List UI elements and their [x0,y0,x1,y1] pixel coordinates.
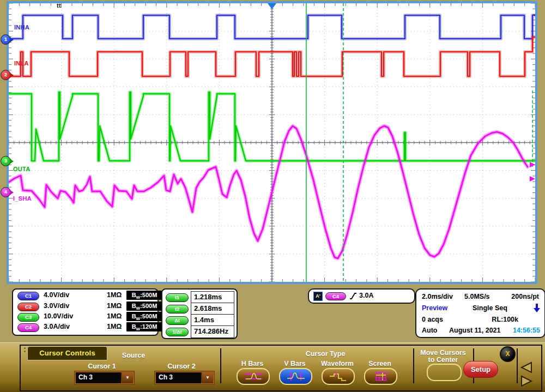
vbars-button[interactable] [279,368,312,385]
cursor-readout-box: t1 1.218ms t2 2.618ms Δt 1.4ms 1/Δt 714.… [161,288,238,339]
trigger-level: 3.0A [359,292,373,299]
trace-isha-fuzz [9,126,528,258]
c2-pill: C2 [17,303,39,311]
time-display: 14:56:55 [513,327,540,334]
c1-scale: 4.0V/div [44,291,69,299]
panel-grip-icon [24,351,26,352]
channel-row-c3: C3 10.0V/div 1MΩ BW:500M [13,312,158,323]
ch2-badge-number: 2 [4,72,7,77]
trace-label-inha: INHA [14,24,29,31]
c1-pill: C1 [17,292,39,300]
hbars-button[interactable] [237,368,270,385]
cursor-dt-row: Δt 1.4ms [162,314,237,326]
cursor-t1-row: t1 1.218ms [162,291,237,303]
cursor-type-section-label: Cursor Type [282,350,369,358]
ch4-badge[interactable]: 4 [1,187,11,197]
move-cursors-label-line1: Move Cursors [410,349,476,357]
ch3-badge-arrow-icon [10,159,14,164]
trigger-mode: Auto [422,327,437,334]
t1-value: 1.218ms [191,291,234,304]
cursor1-source-value[interactable]: Ch 3 [76,372,121,383]
date-display: August 11, 2021 [449,327,501,334]
trigger-readout-box: A' C4 3.0A [308,288,415,304]
c4-scale: 3.0A/div [44,323,70,330]
channel-row-c1: C1 4.0V/div 1MΩ BW:500M [13,291,158,301]
cursor-freq-row: 1/Δt 714.286Hz [162,325,237,337]
acq-count: 0 acqs [422,316,443,323]
c3-bandwidth-badge: BW:500M [126,312,162,321]
cursor2-dropdown-arrow-icon[interactable]: ▼ [201,372,213,383]
ch4-level-arrow[interactable] [530,176,535,182]
c4-impedance: 1MΩ [107,323,122,330]
c2-bandwidth-badge: BW:500M [126,301,162,311]
trigger-time-label: tt [57,2,61,9]
close-button[interactable]: X [500,346,516,362]
timebase: 2.0ms/div [422,293,453,300]
ch2-badge[interactable]: 2 [1,70,11,80]
cursor1-dropdown-arrow-icon[interactable]: ▼ [121,372,133,383]
setup-button[interactable]: Setup [463,361,498,378]
trace-isha [9,126,528,258]
c4-bandwidth-badge: BW:120M [126,322,162,331]
c3-impedance: 1MΩ [107,312,122,320]
source-section-label: Source [106,352,161,359]
cursor-t2-row: t2 2.618ms [162,303,237,315]
c2-scale: 3.0V/div [44,302,69,310]
ch1-badge-number: 1 [4,37,7,42]
trigger-position-marker[interactable] [268,3,276,9]
channel-row-c2: C2 3.0V/div 1MΩ BW:500M [13,301,158,312]
cursor1-source-dropdown[interactable]: Ch 3 ▼ [75,371,134,384]
waveform-button[interactable] [322,368,355,385]
ch4-badge-arrow-icon [10,190,14,195]
trigger-a-badge: A' [313,292,323,301]
c1-impedance: 1MΩ [107,291,122,299]
panel-nav-arrows [518,361,535,388]
trigger-source-pill: C4 [325,292,346,300]
channel-row-c4: C4 3.0A/div 1MΩ BW:120M [13,322,158,333]
t2-pill: t2 [166,305,189,313]
acq-arrow-icon [534,303,540,313]
panel-title-tab: Cursor Controls [27,346,107,360]
ch3-badge-number: 3 [4,158,7,164]
waveform-canvas [9,3,535,282]
cursor2-source-dropdown[interactable]: Ch 3 ▼ [155,371,214,384]
c3-scale: 10.0V/div [44,312,73,320]
resolution: 200ns/pt [511,293,539,300]
panel-divider [517,348,518,383]
c1-bandwidth-badge: BW:500M [126,291,162,300]
ch3-badge[interactable]: 3 [1,156,11,166]
cursor-controls-panel: Cursor Controls Source Cursor 1 Ch 3 ▼ C… [0,342,545,392]
c3-pill: C3 [17,313,39,322]
acquisition-box: 2.0ms/div 5.0MS/s 200ns/pt Preview Singl… [415,288,545,338]
rising-edge-icon [349,292,357,300]
vbars-label: V Bars [273,360,317,367]
screen-label: Screen [358,360,402,367]
t2-value: 2.618ms [191,303,234,315]
cursor1-label: Cursor 1 [75,363,129,370]
ch4-badge-number: 4 [4,189,7,195]
hbars-icon [244,372,263,381]
panel-grip-icon [24,347,26,349]
hbars-label: H Bars [231,360,274,367]
inv-dt-value: 714.286Hz [191,325,234,338]
move-cursors-button[interactable] [427,364,462,381]
ch2-badge-arrow-icon [10,73,14,77]
graticule-grid [9,3,535,282]
trace-label-isha: I_SHA [13,195,32,202]
screen-button[interactable] [364,368,397,385]
waveform-cursor-icon [329,372,348,381]
c4-pill: C4 [17,323,39,332]
waveform-label: Waveform [316,360,359,367]
preview-status: Preview [422,304,447,312]
cursor2-source-value[interactable]: Ch 3 [156,372,201,383]
next-panel-arrow-icon[interactable] [522,376,531,386]
trace-label-inla: INLA [14,60,29,67]
ch1-badge[interactable]: 1 [1,34,11,45]
inv-dt-pill: 1/Δt [166,328,189,336]
oscilloscope-screen: { "colors": { "ch1": "#2b2bd6", "ch2": "… [0,0,545,392]
acq-mode: Single Seq [473,304,507,312]
dt-pill: Δt [166,316,189,325]
waveform-display: tt INHA INLA OUTA I_SHA [9,3,535,282]
prev-panel-arrow-icon[interactable] [522,363,531,372]
channel-settings-box: C1 4.0V/div 1MΩ BW:500M C2 3.0V/div 1MΩ … [12,288,159,336]
